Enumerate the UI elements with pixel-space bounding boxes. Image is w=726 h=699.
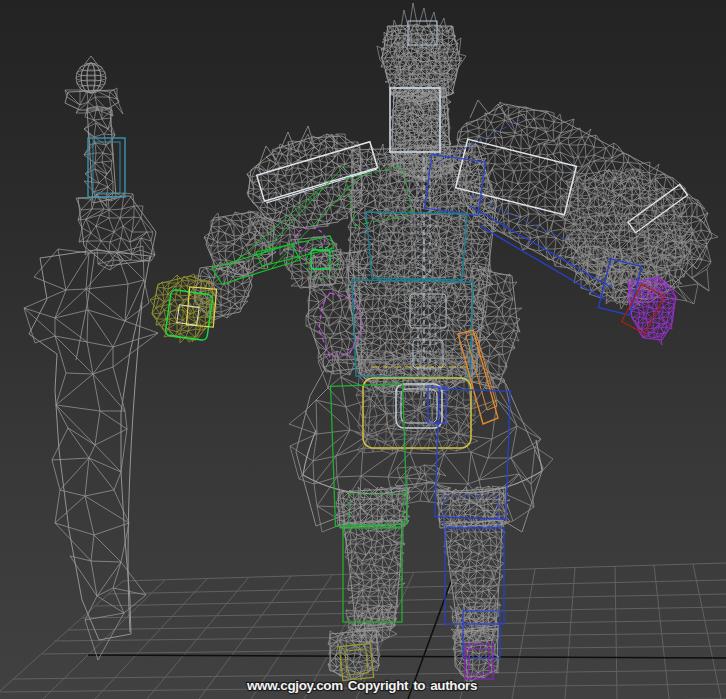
- svg-text:www.cgjoy.com Copyright to aut: www.cgjoy.com Copyright to authors: [246, 678, 477, 693]
